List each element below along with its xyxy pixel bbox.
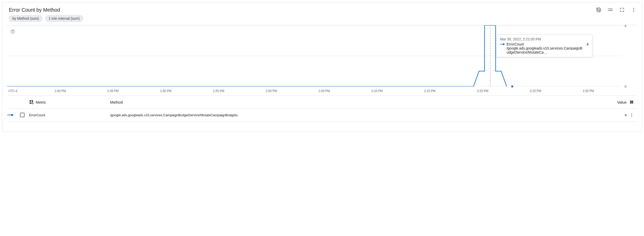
- series-checkbox[interactable]: [20, 113, 25, 117]
- y-tick-min: 0: [625, 85, 632, 88]
- chip-row: by Method (sum) 1 min interval (sum): [2, 15, 642, 25]
- chip-interval[interactable]: 1 min interval (sum): [45, 15, 83, 22]
- more-options-icon[interactable]: [631, 7, 637, 13]
- col-header-metric[interactable]: Metric: [36, 100, 46, 104]
- legend-toggle-icon[interactable]: [607, 7, 613, 13]
- series-marker-icon: [7, 114, 13, 116]
- x-tick: 2:30 PM: [583, 89, 594, 93]
- x-tick: 2:10 PM: [371, 89, 383, 93]
- legend-table: Metric Method Value ErrorCount: [7, 96, 637, 122]
- timezone-label: UTC-4: [8, 89, 17, 93]
- chart-area[interactable]: 4 0 Mar 30, 2022, 2:21:00 PM ErrorCount …: [7, 25, 637, 96]
- svg-point-3: [633, 11, 634, 12]
- tooltip-series-value: 4: [587, 42, 589, 46]
- x-tick: 2:20 PM: [477, 89, 488, 93]
- row-more-icon[interactable]: [629, 113, 634, 117]
- x-tick: 1:55 PM: [213, 89, 224, 93]
- chart-card: Error Count by Method: [2, 2, 642, 132]
- tooltip-series-marker: [500, 43, 505, 45]
- x-tick: 2:00 PM: [266, 89, 277, 93]
- svg-rect-9: [32, 100, 33, 102]
- cell-metric: ErrorCount: [29, 113, 110, 117]
- x-tick: 1:40 PM: [54, 89, 66, 93]
- x-tick: 2:05 PM: [318, 89, 330, 93]
- x-tick: 1:45 PM: [107, 89, 119, 93]
- reset-zoom-icon[interactable]: [596, 7, 602, 13]
- x-tick: 2:25 PM: [530, 89, 541, 93]
- chip-by-method[interactable]: by Method (sum): [9, 15, 42, 22]
- column-picker-icon[interactable]: [29, 100, 34, 104]
- card-toolbar: [596, 7, 637, 13]
- y-tick-max: 4: [625, 24, 632, 28]
- svg-rect-14: [632, 101, 633, 104]
- plot-region: 4 0 Mar 30, 2022, 2:21:00 PM ErrorCount …: [7, 25, 621, 86]
- x-tick: 2:15 PM: [424, 89, 436, 93]
- fullscreen-icon[interactable]: [619, 7, 625, 13]
- card-header: Error Count by Method: [2, 2, 642, 15]
- tooltip: Mar 30, 2022, 2:21:00 PM ErrorCount /goo…: [496, 34, 592, 57]
- table-header-row: Metric Method Value: [7, 96, 637, 109]
- svg-rect-12: [630, 101, 631, 104]
- col-header-method[interactable]: Method: [110, 100, 609, 104]
- col-header-value[interactable]: Value: [609, 100, 627, 104]
- x-tick: 1:50 PM: [160, 89, 171, 93]
- table-row[interactable]: ErrorCount /google.ads.googleads.v10.ser…: [7, 109, 637, 122]
- tooltip-timestamp: Mar 30, 2022, 2:21:00 PM: [500, 37, 589, 41]
- card-title: Error Count by Method: [9, 7, 596, 13]
- x-axis: UTC-4 1:40 PM 1:45 PM 1:50 PM 1:55 PM 2:…: [7, 86, 621, 96]
- svg-point-18: [631, 115, 632, 115]
- svg-rect-13: [631, 101, 632, 104]
- tooltip-series-label: ErrorCount /google.ads.googleads.v10.ser…: [507, 42, 583, 54]
- svg-point-19: [631, 116, 632, 117]
- svg-point-7: [503, 43, 504, 45]
- cell-value: 4: [609, 113, 627, 117]
- svg-rect-11: [32, 103, 33, 104]
- cell-method: /google.ads.googleads.v10.services.Campa…: [110, 113, 609, 117]
- svg-point-2: [633, 9, 634, 10]
- svg-rect-10: [30, 103, 31, 104]
- svg-point-16: [11, 114, 13, 116]
- columns-config-icon[interactable]: [629, 100, 634, 104]
- svg-point-17: [631, 113, 632, 114]
- svg-point-1: [633, 8, 634, 9]
